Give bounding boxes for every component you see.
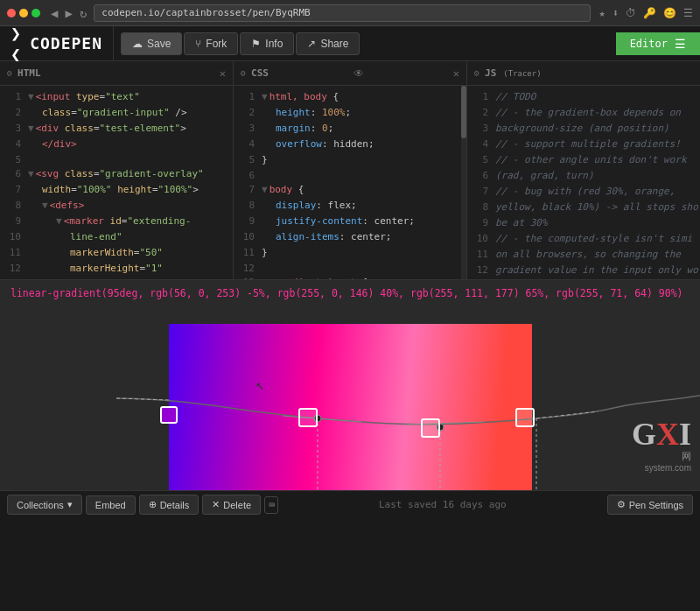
gradient-visualization: ↖ <box>169 324 532 490</box>
editor-mode[interactable]: Editor ☰ <box>616 32 700 55</box>
code-line: 6 (rad, grad, turn) <box>467 168 700 184</box>
editor-label: Editor <box>630 38 668 50</box>
history-icon[interactable]: ⏱ <box>626 7 636 19</box>
maximize-dot[interactable] <box>32 9 40 18</box>
code-line: 9 justify-content: center; <box>234 214 466 229</box>
keyboard-shortcut[interactable]: ⌨ <box>264 496 278 514</box>
close-dot[interactable] <box>7 9 16 18</box>
html-panel: ⚙ HTML ✕ 1 ▼<input type="text" 2 class="… <box>0 61 234 279</box>
browser-chrome: ◀ ▶ ↻ codepen.io/captainbrosset/pen/ByqR… <box>0 0 700 26</box>
gear-icon: ⚙ <box>7 68 12 78</box>
css-scrollbar[interactable] <box>461 86 466 279</box>
code-line: 1 ▼<input type="text" <box>0 89 233 105</box>
browser-toolbar-icons: ★ ⬇ ⏱ 🔑 😊 ☰ <box>599 7 693 19</box>
share-label: Share <box>320 38 348 50</box>
css-close-icon[interactable]: ✕ <box>453 67 459 80</box>
code-line: 13 ▼.gradient-input { <box>234 275 466 279</box>
code-line: 2 // - the gradient-box depends on <box>467 105 700 121</box>
embed-label: Embed <box>95 500 126 510</box>
js-panel: ⚙ JS (Tracer) 1 // TODO 2 // - the gradi… <box>467 61 700 279</box>
js-code-content[interactable]: 1 // TODO 2 // - the gradient-box depend… <box>467 86 700 279</box>
embed-button[interactable]: Embed <box>86 495 136 515</box>
delete-icon: ✕ <box>212 499 220 510</box>
profile-icon[interactable]: 😊 <box>663 7 676 19</box>
code-line: 3 margin: 0; <box>234 121 466 137</box>
css-scroll-thumb[interactable] <box>461 86 466 138</box>
canvas-area: ↖ GXI 网 system.com <box>0 306 700 490</box>
code-line: 4 overflow: hidden; <box>234 137 466 152</box>
download-icon[interactable]: ⬇ <box>612 7 619 19</box>
code-line: 2 height: 100%; <box>234 105 466 121</box>
code-line: 11 markerWidth="50" <box>0 245 233 261</box>
share-button[interactable]: ↗ Share <box>296 32 360 55</box>
code-line: 5 } <box>234 152 466 168</box>
last-saved-label: Last saved 16 days ago <box>379 499 507 510</box>
code-line: 13 orient="auto" <box>0 277 233 279</box>
share-icon: ↗ <box>307 38 316 50</box>
hamburger-icon[interactable]: ☰ <box>675 37 686 51</box>
star-icon[interactable]: ★ <box>599 7 606 19</box>
css-panel-title: CSS <box>251 67 269 79</box>
code-line: 8 yellow, black 10%) -> all stops sho <box>467 200 700 215</box>
window-controls <box>7 9 40 18</box>
code-line: 10 // - the computed-style isn't simi <box>467 231 700 247</box>
code-line: 1 ▼html, body { <box>234 89 466 105</box>
html-panel-title: HTML <box>18 67 41 79</box>
code-line: 12 markerHeight="1" <box>0 261 233 277</box>
collections-button[interactable]: Collections ▾ <box>7 495 82 515</box>
html-close-icon[interactable]: ✕ <box>220 67 226 80</box>
code-line: 7 // - bug with (red 30%, orange, <box>467 184 700 200</box>
editor-area: ⚙ HTML ✕ 1 ▼<input type="text" 2 class="… <box>0 61 700 280</box>
key-icon[interactable]: 🔑 <box>643 7 656 19</box>
color-stop-purple[interactable] <box>160 406 178 424</box>
last-saved-text: Last saved 16 days ago <box>282 499 604 510</box>
browser-nav: ◀ ▶ ↻ <box>49 6 88 20</box>
code-line: 4 // - support multiple gradients! <box>467 137 700 152</box>
back-button[interactable]: ◀ <box>49 6 60 20</box>
js-panel-title: JS <box>485 67 496 79</box>
color-stop-3[interactable] <box>421 418 440 438</box>
watermark-logo: GXI <box>632 418 691 450</box>
code-line: 12 <box>234 261 466 275</box>
fork-button[interactable]: ⑂ Fork <box>184 32 238 55</box>
info-icon: ⚑ <box>251 38 261 50</box>
watermark: GXI 网 system.com <box>632 418 691 473</box>
html-code-content[interactable]: 1 ▼<input type="text" 2 class="gradient-… <box>0 86 233 279</box>
refresh-button[interactable]: ↻ <box>78 6 88 20</box>
delete-label: Delete <box>223 500 251 510</box>
code-line: 7 width="100%" height="100%"> <box>0 182 233 198</box>
minimize-dot[interactable] <box>19 9 28 18</box>
code-line: 8 ▼<defs> <box>0 198 233 214</box>
collections-caret: ▾ <box>67 499 73 510</box>
save-button[interactable]: ☁ Save <box>121 32 182 55</box>
info-button[interactable]: ⚑ Info <box>240 32 294 55</box>
code-line: 12 gradient value in the input only wo <box>467 263 700 278</box>
pen-settings-label: Pen Settings <box>629 500 683 510</box>
css-code-content[interactable]: 1 ▼html, body { 2 height: 100%; 3 margin… <box>234 86 466 279</box>
code-line: 11 on all browsers, so changing the <box>467 247 700 263</box>
extend-line-right <box>536 411 598 418</box>
color-stop-4[interactable] <box>515 408 535 427</box>
eye-icon[interactable]: 👁 <box>354 67 364 80</box>
control-overlay <box>169 324 532 490</box>
watermark-subtext: system.com <box>632 463 691 473</box>
footer-right-actions: ⚙ Pen Settings <box>607 495 693 515</box>
logo-icon: ❯❮ <box>10 23 26 65</box>
logo-text: CODEPEN <box>30 34 102 53</box>
forward-button[interactable]: ▶ <box>63 6 74 20</box>
codepen-logo[interactable]: ❯❮ CODEPEN <box>0 26 114 60</box>
delete-button[interactable]: ✕ Delete <box>202 495 261 515</box>
fork-label: Fork <box>206 38 227 50</box>
code-line: 8 display: flex; <box>234 198 466 214</box>
code-line: 5 // - other angle units don't work <box>467 152 700 168</box>
details-button[interactable]: ⊕ Details <box>139 495 200 515</box>
color-stop-2[interactable] <box>298 408 318 427</box>
address-bar[interactable]: codepen.io/captainbrosset/pen/ByqRMB <box>94 4 590 22</box>
bezier-curve <box>116 387 701 425</box>
gradient-value-text: linear-gradient(95deg, rgb(56, 0, 253) -… <box>0 280 700 306</box>
pen-settings-button[interactable]: ⚙ Pen Settings <box>607 495 693 515</box>
code-line: 10 align-items: center; <box>234 229 466 245</box>
menu-icon[interactable]: ☰ <box>683 7 693 19</box>
save-icon: ☁ <box>132 38 143 50</box>
code-line: 7 ▼body { <box>234 182 466 198</box>
